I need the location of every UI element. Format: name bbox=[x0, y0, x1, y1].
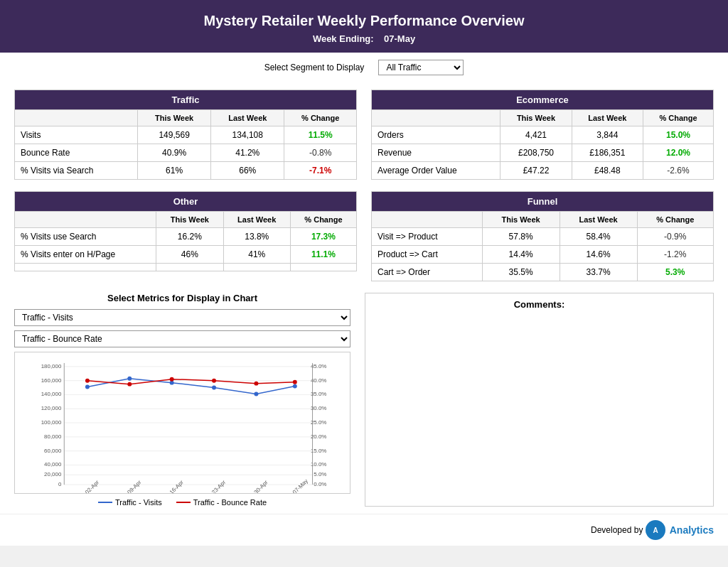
table-row bbox=[15, 264, 357, 271]
page-footer: Developed by A Analytics bbox=[0, 514, 728, 546]
chart-title: Select Metrics for Display in Chart bbox=[14, 293, 350, 303]
other-col3: Last Week bbox=[223, 212, 290, 228]
chart-section: Select Metrics for Display in Chart Traf… bbox=[14, 293, 350, 507]
funnel-row2-change: -1.2% bbox=[637, 246, 713, 264]
other-table-title: Other bbox=[15, 192, 357, 212]
funnel-row3-change: 5.3% bbox=[637, 264, 713, 281]
metric2-wrap: Traffic - Bounce Rate Traffic - Visits E… bbox=[14, 330, 350, 347]
funnel-table: Funnel This Week Last Week % Change Visi… bbox=[371, 191, 714, 281]
svg-text:40,000: 40,000 bbox=[44, 461, 62, 468]
visits-legend-label: Traffic - Visits bbox=[115, 498, 162, 507]
table-row: Product => Cart 14.4% 14.6% -1.2% bbox=[372, 246, 714, 264]
bounce-line bbox=[87, 379, 295, 384]
analytics-logo: A Analytics bbox=[646, 520, 714, 540]
funnel-row3-label: Cart => Order bbox=[372, 264, 483, 281]
ecommerce-col4: % Change bbox=[643, 110, 714, 126]
traffic-row2-label: Bounce Rate bbox=[15, 144, 138, 162]
svg-text:30.0%: 30.0% bbox=[311, 405, 326, 411]
svg-point-42 bbox=[254, 392, 258, 396]
other-row3-last bbox=[223, 264, 290, 271]
ecommerce-row1-this: 4,421 bbox=[500, 126, 572, 144]
traffic-row1-this: 149,569 bbox=[138, 126, 211, 144]
other-row2-change: 11.1% bbox=[290, 246, 356, 264]
svg-point-45 bbox=[127, 382, 132, 387]
svg-text:35.0%: 35.0% bbox=[311, 391, 326, 397]
svg-text:80,000: 80,000 bbox=[44, 433, 62, 440]
ecommerce-col1 bbox=[372, 110, 500, 126]
svg-point-46 bbox=[170, 377, 174, 382]
table-row: Cart => Order 35.5% 33.7% 5.3% bbox=[372, 264, 714, 281]
svg-point-47 bbox=[212, 379, 216, 383]
visits-legend-line bbox=[98, 502, 112, 503]
page-title: Mystery Retailer Weekly Performance Over… bbox=[7, 13, 721, 29]
traffic-row2-change: -0.8% bbox=[284, 144, 357, 162]
traffic-table-block: Traffic This Week Last Week % Change Vis… bbox=[14, 90, 357, 180]
week-value: 07-May bbox=[384, 33, 415, 44]
metric1-dropdown[interactable]: Traffic - Visits Traffic - Bounce Rate E… bbox=[14, 309, 350, 326]
ecommerce-table-title: Ecommerce bbox=[372, 90, 714, 110]
top-tables-row: Traffic This Week Last Week % Change Vis… bbox=[14, 90, 714, 180]
svg-text:20.0%: 20.0% bbox=[311, 433, 326, 440]
bottom-section: Select Metrics for Display in Chart Traf… bbox=[14, 293, 714, 507]
traffic-row1-last: 134,108 bbox=[211, 126, 284, 144]
svg-text:45.0%: 45.0% bbox=[311, 363, 326, 369]
comments-section: Comments: bbox=[365, 293, 714, 507]
traffic-col3: Last Week bbox=[211, 110, 284, 126]
svg-text:180,000: 180,000 bbox=[41, 363, 62, 369]
funnel-row3-last: 33.7% bbox=[560, 264, 637, 281]
other-row2-this: 46% bbox=[156, 246, 223, 264]
table-row: Visits 149,569 134,108 11.5% bbox=[15, 126, 357, 144]
funnel-row1-last: 58.4% bbox=[560, 228, 637, 246]
traffic-row3-this: 61% bbox=[138, 162, 211, 180]
svg-text:0: 0 bbox=[58, 481, 62, 487]
visits-line bbox=[87, 379, 295, 394]
traffic-row3-last: 66% bbox=[211, 162, 284, 180]
funnel-row1-change: -0.9% bbox=[637, 228, 713, 246]
funnel-row3-this: 35.5% bbox=[482, 264, 560, 281]
ecommerce-row3-last: £48.48 bbox=[572, 162, 643, 180]
svg-text:0.0%: 0.0% bbox=[314, 481, 326, 487]
metric1-wrap: Traffic - Visits Traffic - Bounce Rate E… bbox=[14, 309, 350, 326]
svg-text:15.0%: 15.0% bbox=[311, 448, 326, 454]
traffic-table-title: Traffic bbox=[15, 90, 357, 110]
segment-selector-row: Select Segment to Display All Traffic Or… bbox=[0, 53, 728, 82]
funnel-row1-this: 57.8% bbox=[482, 228, 560, 246]
ecommerce-row2-last: £186,351 bbox=[572, 144, 643, 162]
page-header: Mystery Retailer Weekly Performance Over… bbox=[0, 0, 728, 53]
comments-title: Comments: bbox=[371, 299, 707, 310]
other-col2: This Week bbox=[156, 212, 223, 228]
legend-bounce: Traffic - Bounce Rate bbox=[176, 498, 267, 507]
ecommerce-row3-label: Average Order Value bbox=[372, 162, 500, 180]
ecommerce-table: Ecommerce This Week Last Week % Change O… bbox=[371, 90, 714, 180]
traffic-table: Traffic This Week Last Week % Change Vis… bbox=[14, 90, 357, 180]
table-row: Visit => Product 57.8% 58.4% -0.9% bbox=[372, 228, 714, 246]
traffic-row1-change: 11.5% bbox=[284, 126, 357, 144]
svg-text:23-Apr: 23-Apr bbox=[210, 479, 227, 493]
table-row: Bounce Rate 40.9% 41.2% -0.8% bbox=[15, 144, 357, 162]
ecommerce-row3-change: -2.6% bbox=[643, 162, 714, 180]
svg-text:A: A bbox=[653, 526, 658, 534]
table-row: Orders 4,421 3,844 15.0% bbox=[372, 126, 714, 144]
segment-dropdown[interactable]: All Traffic Organic Paid Direct Referral bbox=[378, 60, 464, 75]
svg-text:60,000: 60,000 bbox=[44, 448, 62, 454]
traffic-row2-last: 41.2% bbox=[211, 144, 284, 162]
other-row2-label: % Visits enter on H/Page bbox=[15, 246, 156, 264]
svg-point-39 bbox=[127, 377, 132, 381]
bounce-legend-label: Traffic - Bounce Rate bbox=[193, 498, 267, 507]
svg-text:100,000: 100,000 bbox=[41, 419, 62, 426]
funnel-row2-last: 14.6% bbox=[560, 246, 637, 264]
funnel-col4: % Change bbox=[637, 212, 713, 228]
svg-text:07-May: 07-May bbox=[291, 477, 309, 493]
funnel-row2-this: 14.4% bbox=[482, 246, 560, 264]
svg-text:5.0%: 5.0% bbox=[314, 471, 326, 477]
bounce-legend-line bbox=[176, 502, 191, 503]
other-col1 bbox=[15, 212, 156, 228]
traffic-col2: This Week bbox=[138, 110, 211, 126]
metric2-dropdown[interactable]: Traffic - Bounce Rate Traffic - Visits E… bbox=[14, 330, 350, 347]
svg-text:140,000: 140,000 bbox=[41, 391, 62, 397]
chart-container: 180,000 160,000 140,000 120,000 100,000 … bbox=[14, 352, 350, 494]
funnel-col1 bbox=[372, 212, 483, 228]
traffic-col1 bbox=[15, 110, 138, 126]
ecommerce-row2-this: £208,750 bbox=[500, 144, 572, 162]
svg-point-49 bbox=[293, 380, 297, 384]
